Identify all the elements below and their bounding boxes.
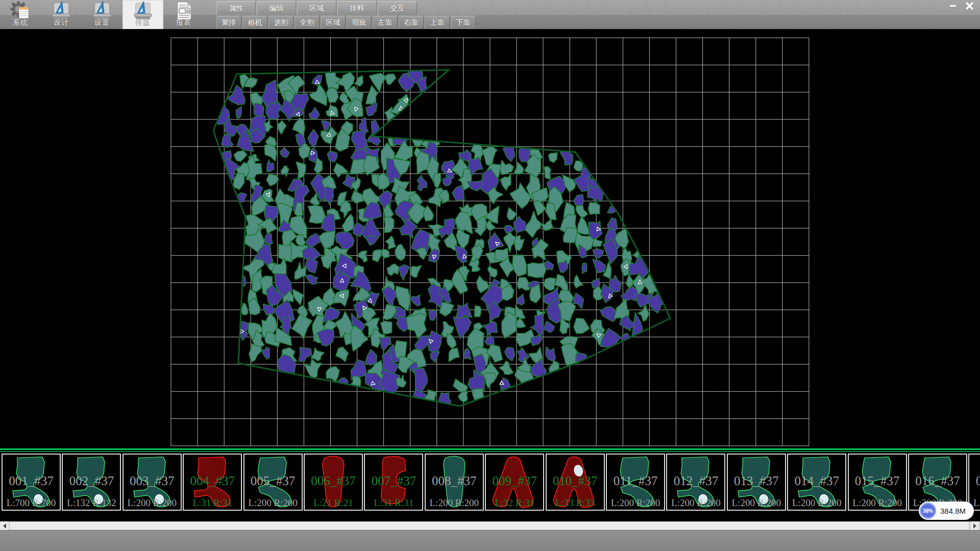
piece-thumb-010[interactable]: 010_#37 L:33 R:33 xyxy=(546,454,605,511)
button-align-top[interactable]: 上靠 xyxy=(425,16,450,29)
panel-separator-dark xyxy=(0,451,980,452)
piece-thumb-011[interactable]: 011_#37 L:200 R:200 xyxy=(606,454,665,511)
button-cut-all[interactable]: 全割 xyxy=(295,16,320,29)
button-region[interactable]: 区域 xyxy=(321,16,346,29)
piece-label: 009_#37 xyxy=(486,474,543,488)
scroll-left-icon xyxy=(3,523,6,529)
piece-lr-count: L:32 R:31 xyxy=(486,497,543,509)
piece-label: 005_#37 xyxy=(244,474,302,488)
piece-lr-count: L:31 R:31 xyxy=(184,497,241,509)
toolbar-button-design[interactable]: 设计 xyxy=(41,0,82,29)
piece-label: 014_#37 xyxy=(788,474,845,488)
nesting-canvas-svg xyxy=(0,29,980,448)
piece-thumbnail-strip: 001_#37 L:700 R:700 002_#37 L:132 R:132 … xyxy=(0,453,980,521)
toolbar-button-settings[interactable]: 设置 xyxy=(82,0,122,29)
piece-thumb-008[interactable]: 008_#37 L:200 R:200 xyxy=(425,454,484,511)
piece-lr-count: L:200 R:200 xyxy=(849,497,906,509)
scrollbar-thumb[interactable] xyxy=(10,522,969,530)
piece-thumb-005[interactable]: 005_#37 L:200 R:200 xyxy=(243,454,303,511)
piece-lr-count: L:200 R:200 xyxy=(607,497,664,509)
piece-lr-count: L:200 R:200 xyxy=(426,497,483,509)
tab-nesting[interactable]: 排料 xyxy=(337,1,377,15)
piece-lr-count: L:200 R:200 xyxy=(728,497,785,509)
button-select-cut[interactable]: 选割 xyxy=(268,16,293,29)
piece-lr-count: L:31 R:31 xyxy=(365,497,422,509)
piece-label: 001_#37 xyxy=(3,474,60,488)
piece-thumb-007[interactable]: 007_#37 L:31 R:31 xyxy=(364,454,423,511)
ruler-icon xyxy=(133,1,153,20)
toolbar-button-label: 排版 xyxy=(122,18,163,28)
piece-lr-count: L:33 R:33 xyxy=(547,497,604,509)
button-align-bottom[interactable]: 下靠 xyxy=(451,16,476,29)
button-align-left[interactable]: 左靠 xyxy=(373,16,398,29)
piece-thumb-004[interactable]: 004_#37 L:31 R:31 xyxy=(183,454,242,511)
status-bar xyxy=(0,530,980,551)
nesting-canvas[interactable] xyxy=(0,29,980,448)
piece-thumb-002[interactable]: 002_#37 L:132 R:132 xyxy=(62,454,121,511)
piece-label: 016_#37 xyxy=(909,474,966,488)
toolbar-button-label: 设置 xyxy=(82,18,122,28)
toolbar-button-layout[interactable]: 排版 xyxy=(122,0,163,29)
piece-thumb-013[interactable]: 013_#37 L:200 R:200 xyxy=(727,454,786,511)
piece-thumb-012[interactable]: 012_#37 L:200 R:200 xyxy=(666,454,725,511)
piece-thumb-015[interactable]: 015_#37 L:200 R:200 xyxy=(848,454,907,511)
tool-button-bar: 聚排相机选割全割区域瑕疵左靠右靠上靠下靠 xyxy=(216,16,476,29)
tab-properties[interactable]: 属性 xyxy=(216,1,256,15)
tab-edit[interactable]: 编辑 xyxy=(257,1,296,15)
progress-value: 38% xyxy=(923,508,933,514)
piece-lr-count: L:200 R:200 xyxy=(788,497,845,509)
minimize-button[interactable] xyxy=(944,0,961,11)
piece-thumb-014[interactable]: 014_#37 L:200 R:200 xyxy=(787,454,846,511)
piece-label: 008_#37 xyxy=(426,474,483,488)
menu-tab-bar: 属性编辑区域排料交互 xyxy=(216,1,417,15)
piece-label: 011_#37 xyxy=(607,474,664,488)
piece-label: 004_#37 xyxy=(184,474,241,488)
window-controls xyxy=(944,0,978,11)
piece-lr-count: L:21 R:21 xyxy=(305,497,362,509)
toolbar-button-label: 系统 xyxy=(0,18,41,28)
piece-label: 006_#37 xyxy=(305,474,362,488)
tab-region[interactable]: 区域 xyxy=(297,1,336,15)
button-cluster-nest[interactable]: 聚排 xyxy=(216,16,241,29)
toolbar-button-label: 报表 xyxy=(163,18,204,28)
toolbar-button-report[interactable]: 报表 xyxy=(163,0,204,29)
piece-lr-count: L:200 R:200 xyxy=(667,497,724,509)
piece-label: 007_#37 xyxy=(365,474,422,488)
progress-circle: 38% xyxy=(920,503,936,519)
piece-label: 012_#37 xyxy=(667,474,724,488)
piece-thumb-006[interactable]: 006_#37 L:21 R:21 xyxy=(304,454,363,511)
close-button[interactable] xyxy=(961,0,978,11)
piece-lr-count: L:132 R:132 xyxy=(63,497,120,509)
toolbar-button-system[interactable]: 系统 xyxy=(0,0,41,29)
piece-label: 017_#37 xyxy=(969,474,980,488)
horizontal-scrollbar[interactable] xyxy=(0,521,980,530)
top-toolbar: 系统 设计 设置 排版 xyxy=(0,0,980,29)
status-badge: 38% 384.8M xyxy=(919,502,974,520)
scroll-left-button[interactable] xyxy=(0,521,9,530)
nested-pieces xyxy=(214,62,666,409)
piece-lr-count: L:700 R:700 xyxy=(3,497,60,509)
piece-thumb-001[interactable]: 001_#37 L:700 R:700 xyxy=(2,454,61,511)
button-align-right[interactable]: 右靠 xyxy=(399,16,424,29)
piece-label: 015_#37 xyxy=(849,474,906,488)
piece-lr-count: L:200 R:200 xyxy=(244,497,302,509)
piece-lr-count: L:200 R:200 xyxy=(124,497,181,509)
memory-value: 384.8M xyxy=(940,507,966,515)
ruler-icon xyxy=(51,1,71,20)
button-camera[interactable]: 相机 xyxy=(242,16,267,29)
piece-thumb-009[interactable]: 009_#37 L:32 R:31 xyxy=(485,454,544,511)
piece-label: 010_#37 xyxy=(547,474,604,488)
piece-thumb-017[interactable]: 017_#37 L:200 R:200 xyxy=(968,454,980,511)
app-window: 系统 设计 设置 排版 xyxy=(0,0,980,551)
close-icon xyxy=(966,2,973,10)
tab-interact[interactable]: 交互 xyxy=(378,1,417,15)
scroll-right-button[interactable] xyxy=(970,521,979,530)
button-defect[interactable]: 瑕疵 xyxy=(347,16,372,29)
piece-label: 003_#37 xyxy=(124,474,181,488)
piece-label: 013_#37 xyxy=(728,474,785,488)
minimize-icon xyxy=(949,2,957,9)
scroll-right-icon xyxy=(973,523,976,529)
gear-icon xyxy=(10,1,31,20)
panel-separator-bright xyxy=(0,448,980,450)
piece-thumb-003[interactable]: 003_#37 L:200 R:200 xyxy=(122,454,182,511)
